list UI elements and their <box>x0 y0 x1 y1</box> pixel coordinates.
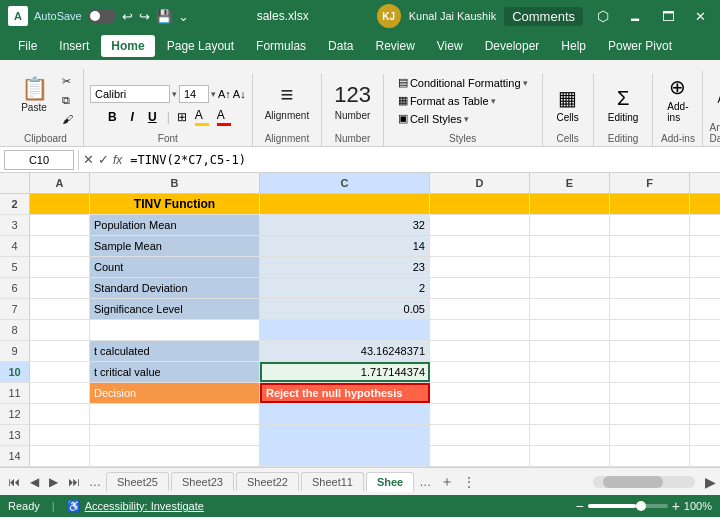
redo-btn[interactable]: ↪ <box>139 9 150 24</box>
cell-f3[interactable] <box>610 215 690 235</box>
cell-b6[interactable]: Standard Deviation <box>90 278 260 298</box>
paste-button[interactable]: 📋 Paste <box>14 69 54 121</box>
cell-c13[interactable] <box>260 425 430 445</box>
cell-b11[interactable]: Decision <box>90 383 260 403</box>
cell-b9[interactable]: t calculated <box>90 341 260 361</box>
name-box[interactable] <box>4 150 74 170</box>
sheet-options-btn[interactable]: ⋮ <box>460 475 478 489</box>
italic-btn[interactable]: I <box>125 108 140 126</box>
sheet-add-btn[interactable]: ＋ <box>436 473 458 491</box>
zoom-plus-btn[interactable]: + <box>672 498 680 514</box>
formula-confirm-icon[interactable]: ✓ <box>98 152 109 167</box>
format-as-table-btn[interactable]: ▦ Format as Table ▾ <box>394 92 532 109</box>
cell-a11[interactable] <box>30 383 90 403</box>
horizontal-scrollbar[interactable] <box>593 476 695 488</box>
maximize-btn[interactable]: 🗖 <box>656 7 681 26</box>
cell-a5[interactable] <box>30 257 90 277</box>
cell-d13[interactable] <box>430 425 530 445</box>
font-color-btn[interactable]: A <box>214 107 234 127</box>
copy-btn[interactable]: ⧉ <box>58 92 77 109</box>
col-header-f[interactable]: F <box>610 173 690 193</box>
cell-b4[interactable]: Sample Mean <box>90 236 260 256</box>
cell-d2[interactable] <box>430 194 530 214</box>
cell-f6[interactable] <box>610 278 690 298</box>
cell-a3[interactable] <box>30 215 90 235</box>
cell-f12[interactable] <box>610 404 690 424</box>
sheet-tabs-more2[interactable]: … <box>416 475 434 489</box>
cell-b2[interactable]: TINV Function <box>90 194 260 214</box>
scroll-right-btn[interactable]: ▶ <box>705 474 716 490</box>
comments-btn[interactable]: Comments <box>504 7 583 26</box>
font-increase-btn[interactable]: A↑ <box>218 88 231 100</box>
accessibility-status[interactable]: Accessibility: Investigate <box>85 500 204 512</box>
cell-a14[interactable] <box>30 446 90 466</box>
menu-insert[interactable]: Insert <box>49 35 99 57</box>
cell-d5[interactable] <box>430 257 530 277</box>
sheet-tab-sheet22[interactable]: Sheet22 <box>236 472 299 491</box>
cell-c9[interactable]: 43.16248371 <box>260 341 430 361</box>
font-size-caret[interactable]: ▾ <box>211 89 216 99</box>
cell-d3[interactable] <box>430 215 530 235</box>
sheet-tab-sheet11[interactable]: Sheet11 <box>301 472 364 491</box>
cell-b14[interactable] <box>90 446 260 466</box>
cell-d14[interactable] <box>430 446 530 466</box>
cell-f13[interactable] <box>610 425 690 445</box>
menu-data[interactable]: Data <box>318 35 363 57</box>
cell-b5[interactable]: Count <box>90 257 260 277</box>
cell-e14[interactable] <box>530 446 610 466</box>
cell-e2[interactable] <box>530 194 610 214</box>
cell-a4[interactable] <box>30 236 90 256</box>
font-name-input[interactable] <box>90 85 170 103</box>
cell-e5[interactable] <box>530 257 610 277</box>
cell-a13[interactable] <box>30 425 90 445</box>
font-decrease-btn[interactable]: A↓ <box>233 88 246 100</box>
cell-f8[interactable] <box>610 320 690 340</box>
cell-d8[interactable] <box>430 320 530 340</box>
underline-btn[interactable]: U <box>142 108 163 126</box>
border-btn[interactable]: ⊞ <box>174 109 190 125</box>
cell-a6[interactable] <box>30 278 90 298</box>
formula-input[interactable] <box>126 153 716 167</box>
autosave-toggle[interactable] <box>88 9 116 23</box>
cell-e7[interactable] <box>530 299 610 319</box>
cell-c2[interactable] <box>260 194 430 214</box>
more-tools-icon[interactable]: ⌄ <box>178 9 189 24</box>
cell-c6[interactable]: 2 <box>260 278 430 298</box>
cell-c14[interactable] <box>260 446 430 466</box>
zoom-minus-btn[interactable]: − <box>575 498 583 514</box>
share-btn[interactable]: ⬡ <box>591 6 615 26</box>
sheet-tab-sheet25[interactable]: Sheet25 <box>106 472 169 491</box>
cell-c10[interactable]: 1.717144374 <box>260 362 430 382</box>
cell-f7[interactable] <box>610 299 690 319</box>
cell-c11[interactable]: Reject the null hypothesis <box>260 383 430 403</box>
cells-btn[interactable]: ▦ Cells <box>549 82 587 127</box>
font-name-caret[interactable]: ▾ <box>172 89 177 99</box>
col-header-d[interactable]: D <box>430 173 530 193</box>
col-header-c[interactable]: C <box>260 173 430 193</box>
cell-c4[interactable]: 14 <box>260 236 430 256</box>
menu-file[interactable]: File <box>8 35 47 57</box>
cell-b7[interactable]: Significance Level <box>90 299 260 319</box>
cell-b12[interactable] <box>90 404 260 424</box>
sheet-nav-prev[interactable]: ◀ <box>26 473 43 491</box>
cell-f2[interactable] <box>610 194 690 214</box>
alignment-btn[interactable]: ≡ Alignment <box>259 75 315 127</box>
cell-c8[interactable] <box>260 320 430 340</box>
save-icon[interactable]: 💾 <box>156 9 172 24</box>
formula-cancel-icon[interactable]: ✕ <box>83 152 94 167</box>
cell-e10[interactable] <box>530 362 610 382</box>
font-size-input[interactable] <box>179 85 209 103</box>
fill-color-btn[interactable]: A <box>192 107 212 127</box>
cell-styles-btn[interactable]: ▣ Cell Styles ▾ <box>394 110 532 127</box>
menu-page-layout[interactable]: Page Layout <box>157 35 244 57</box>
editing-btn[interactable]: Σ Editing <box>600 83 647 127</box>
cut-btn[interactable]: ✂ <box>58 73 77 90</box>
cell-e11[interactable] <box>530 383 610 403</box>
minimize-btn[interactable]: 🗕 <box>623 7 648 26</box>
cell-c12[interactable] <box>260 404 430 424</box>
cell-b10[interactable]: t critical value <box>90 362 260 382</box>
addins-btn[interactable]: ⊕ Add-ins <box>659 71 696 127</box>
cell-a2[interactable] <box>30 194 90 214</box>
number-btn[interactable]: 123 Number <box>328 75 377 127</box>
menu-power-pivot[interactable]: Power Pivot <box>598 35 682 57</box>
